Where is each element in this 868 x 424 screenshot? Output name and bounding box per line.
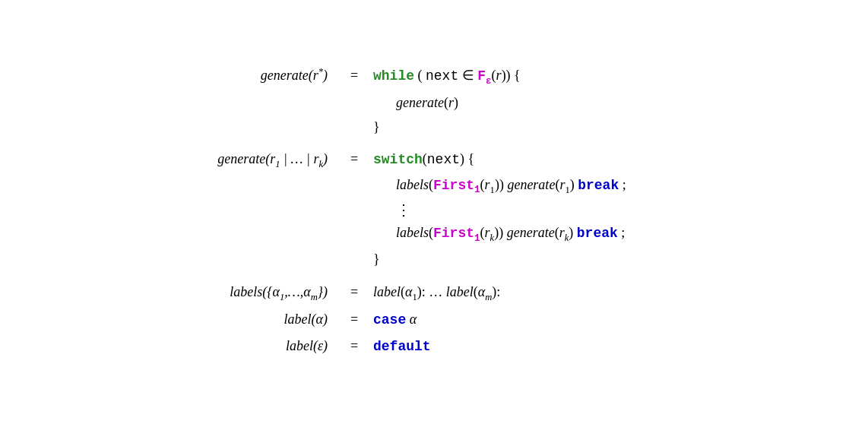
eq-5: = xyxy=(335,334,373,358)
main-container: generate(r*) = while ( next ∈ Fε(r)) { g… xyxy=(92,48,776,375)
lhs-1: generate(r*) xyxy=(122,63,335,87)
eq-1: = xyxy=(335,63,373,87)
eq-4: = xyxy=(335,307,373,331)
equation-row-5: label(ε) = default xyxy=(122,334,746,359)
equation-row-2: generate(r1 | … | rk) = switch(next) { l… xyxy=(122,147,746,271)
equation-row-1: generate(r*) = while ( next ∈ Fε(r)) { g… xyxy=(122,63,746,139)
math-display: generate(r*) = while ( next ∈ Fε(r)) { g… xyxy=(122,63,746,359)
lhs-2: generate(r1 | … | rk) xyxy=(122,147,335,172)
equation-row-3: labels({α1,…,αm}) = label(α1): … label(α… xyxy=(122,280,746,305)
equation-row-4: label(α) = case α xyxy=(122,307,746,332)
rhs-1: while ( next ∈ Fε(r)) { generate(r) } xyxy=(373,63,746,139)
rhs-3: label(α1): … label(αm): xyxy=(373,280,746,305)
eq-2: = xyxy=(335,147,373,171)
lhs-4: label(α) xyxy=(122,307,335,331)
eq-3: = xyxy=(335,280,373,304)
rhs-4: case α xyxy=(373,307,746,332)
lhs-3: labels({α1,…,αm}) xyxy=(122,280,335,305)
lhs-5: label(ε) xyxy=(122,334,335,358)
rhs-5: default xyxy=(373,334,746,359)
rhs-2: switch(next) { labels(First1(r1)) genera… xyxy=(373,147,746,271)
